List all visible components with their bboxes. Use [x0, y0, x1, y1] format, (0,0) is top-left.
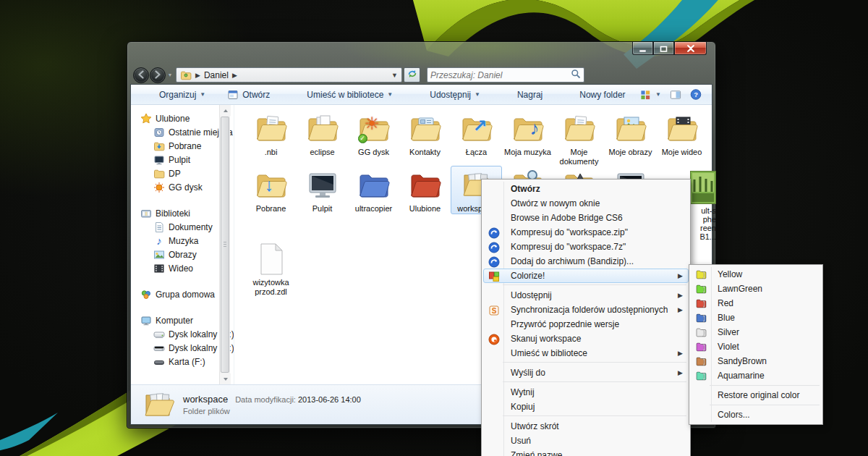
search-input[interactable] [430, 70, 571, 80]
context-menu-item[interactable]: Wyślij do ▶ [483, 366, 689, 380]
file-item[interactable]: ↗ Łącza [451, 109, 502, 167]
file-item[interactable]: Pulpit [297, 166, 348, 214]
sidebar-item[interactable]: Karta (F:) [131, 355, 219, 368]
forward-button[interactable] [150, 67, 166, 83]
context-menu-item[interactable]: Skanuj workspace ▶ [483, 332, 689, 346]
sidebar-item[interactable]: Dysk lokalny (D:) [131, 341, 219, 355]
sidebar-item[interactable]: ♪ Muzyka [131, 234, 219, 248]
scrollbar-thumb[interactable] [221, 117, 229, 373]
maximize-button[interactable] [653, 42, 674, 55]
submenu-arrow-icon: ▶ [678, 369, 683, 376]
context-menu-item[interactable]: Kopiuj ▶ [483, 400, 689, 414]
context-menu-item[interactable]: Kompresuj do "workspace.zip" ▶ [483, 225, 689, 240]
submenu-arrow-icon: ▶ [678, 350, 683, 357]
context-menu-item[interactable]: Wytnij ▶ [483, 385, 689, 400]
breadcrumb[interactable]: Daniel [204, 70, 229, 80]
address-bar[interactable]: ▶ Daniel ▶ ▼ [176, 67, 402, 83]
minimize-button[interactable] [632, 42, 653, 55]
color-menu-item[interactable]: Blue [691, 311, 821, 325]
search-icon[interactable] [571, 69, 581, 82]
context-menu-item[interactable]: Colorize! ▶ [483, 269, 689, 283]
context-menu-item[interactable]: Otwórz ▶ [483, 182, 689, 196]
file-item[interactable]: wizytowka przod.zdl [245, 240, 297, 297]
sidebar-group-header[interactable]: Ulubione [131, 111, 219, 125]
address-dropdown-icon[interactable]: ▼ [391, 72, 398, 79]
breadcrumb-arrow-icon[interactable]: ▶ [195, 72, 200, 79]
titlebar[interactable] [127, 42, 715, 66]
file-item[interactable]: ☀✓ GG dysk [348, 109, 399, 167]
partial-label-line: phe [699, 215, 716, 224]
sidebar-item[interactable]: Dokumenty [131, 220, 219, 234]
color-menu-item[interactable]: Violet [691, 339, 821, 354]
color-menu-item[interactable]: SandyBrown [691, 354, 821, 368]
file-item[interactable]: ultracopier [348, 166, 399, 214]
sidebar-item[interactable]: Dysk lokalny (C:) [131, 327, 219, 341]
sidebar-item[interactable]: Wideo [131, 261, 219, 275]
drive-c-icon [153, 329, 165, 340]
history-dropdown-icon[interactable]: ▾ [169, 72, 171, 78]
restore-color-item[interactable]: Restore original color [691, 388, 821, 402]
file-item[interactable]: Kontakty [399, 109, 451, 167]
file-item[interactable]: .nbi [245, 109, 297, 167]
sidebar-scrollbar[interactable] [219, 105, 230, 384]
context-menu-item[interactable]: Kompresuj do "workspace.7z" ▶ [483, 240, 689, 254]
scroll-down-button[interactable] [220, 373, 231, 384]
file-item[interactable]: Moje wideo [656, 109, 707, 167]
toolbar-button[interactable]: Umieść w bibliotece ▼ [286, 86, 399, 104]
help-button[interactable]: ? [690, 89, 702, 101]
color-menu-item[interactable]: Red [691, 296, 821, 311]
cap-min-icon [639, 42, 647, 55]
views-dropdown-icon[interactable]: ▼ [655, 91, 661, 98]
file-item[interactable]: Moje obrazy [605, 109, 656, 167]
change-view-button[interactable] [640, 89, 652, 101]
context-menu-item[interactable]: Zmień nazwę ▶ [483, 448, 689, 456]
pane-divider[interactable] [234, 105, 234, 384]
breadcrumb-arrow-icon[interactable]: ▶ [232, 72, 237, 79]
back-button[interactable] [133, 67, 149, 83]
close-button[interactable] [674, 42, 707, 55]
preview-pane-button[interactable] [670, 89, 681, 101]
sidebar-group-header[interactable]: Komputer [131, 313, 219, 327]
sidebar-item[interactable]: Ostatnie miejsca [131, 125, 219, 139]
context-menu-item[interactable]: Utwórz skrót ▶ [483, 419, 689, 434]
sidebar-item[interactable]: Pobrane [131, 139, 219, 153]
scroll-up-button[interactable] [220, 105, 231, 116]
sidebar-group-header[interactable]: Biblioteki [131, 206, 219, 220]
context-menu-item[interactable]: Umieść w bibliotece ▶ [483, 346, 689, 360]
sidebar-item[interactable]: GG dysk [131, 180, 219, 194]
file-item[interactable]: Ulubione [399, 166, 451, 214]
toolbar-button[interactable]: Nagraj [496, 86, 548, 104]
toolbar-button[interactable]: Nowy folder [558, 86, 631, 104]
context-menu-item[interactable]: Udostępnij ▶ [483, 288, 689, 303]
color-menu-item[interactable]: Silver [691, 325, 821, 339]
toolbar-button[interactable]: Organizuj ▼ [138, 86, 211, 104]
toolbar-button[interactable]: Udostępnij ▼ [409, 86, 486, 104]
bandizip-icon [488, 227, 500, 239]
file-item[interactable]: Moje dokumenty [553, 109, 605, 167]
sidebar-item[interactable]: DP [131, 166, 219, 180]
chevron-down-icon: ▼ [387, 91, 393, 98]
file-item[interactable]: eclipse [297, 109, 348, 167]
toolbar-button[interactable]: Otwórz [221, 86, 276, 104]
sidebar-group-header[interactable]: Grupa domowa [131, 287, 219, 301]
context-menu-item[interactable]: Browse in Adobe Bridge CS6 ▶ [483, 211, 689, 225]
color-menu-item[interactable]: Aquamarine [691, 368, 821, 383]
file-item[interactable]: ♪ Moja muzyka [502, 109, 553, 167]
file-item[interactable]: ↓ Pobrane [245, 166, 297, 214]
context-menu-item[interactable]: Dodaj do archiwum (Bandizip)... ▶ [483, 254, 689, 269]
sidebar-item[interactable]: Obrazy [131, 248, 219, 261]
color-folder-icon [696, 313, 707, 323]
svg-text:S: S [492, 307, 497, 315]
context-menu-item[interactable]: Usuń ▶ [483, 434, 689, 448]
color-menu-item[interactable]: Yellow [691, 267, 821, 282]
refresh-button[interactable] [404, 67, 420, 83]
context-menu-item[interactable]: Otwórz w nowym oknie ▶ [483, 196, 689, 211]
color-menu-item[interactable]: LawnGreen [691, 282, 821, 296]
sidebar-item[interactable]: Pulpit [131, 153, 219, 166]
triangle-down-icon [224, 378, 228, 381]
colors-dialog-item[interactable]: Colors... [691, 408, 821, 422]
context-menu-item[interactable]: Przywróć poprzednie wersje ▶ [483, 317, 689, 332]
arrow-forward-icon [153, 69, 162, 82]
scrollbar-grip [224, 242, 226, 247]
context-menu-item[interactable]: S Synchronizacja folderów udostępnionych… [483, 303, 689, 317]
